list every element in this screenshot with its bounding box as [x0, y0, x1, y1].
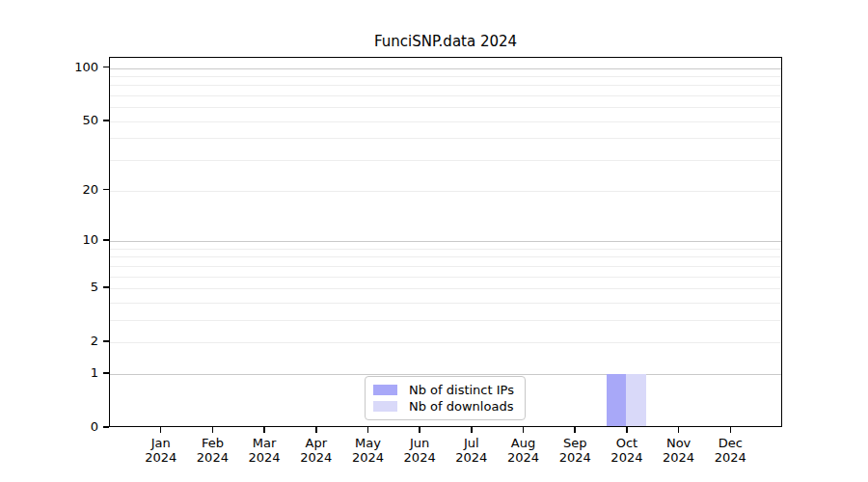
x-tick-year: 2024 [134, 451, 188, 466]
legend-label: Nb of downloads [409, 399, 513, 414]
x-tick-label: Sep2024 [548, 437, 602, 465]
x-tick [626, 427, 628, 433]
x-tick-label: Jan2024 [134, 437, 188, 465]
y-tick [103, 239, 109, 241]
x-tick [160, 427, 162, 433]
legend-label: Nb of distinct IPs [409, 383, 514, 397]
y-tick-label: 0 [41, 419, 98, 435]
download-stats-figure: FunciSNP.data 2024 0125102050100 Jan2024… [0, 0, 868, 482]
x-tick-year: 2024 [703, 451, 757, 466]
y-tick-label: 50 [41, 113, 98, 128]
x-tick-month: May [340, 437, 394, 451]
gridline-minor [110, 249, 781, 250]
x-tick-month: Dec [703, 437, 757, 451]
gridline-minor [110, 85, 781, 86]
x-tick-year: 2024 [600, 451, 654, 466]
x-tick-label: Oct2024 [600, 437, 654, 465]
x-tick-year: 2024 [185, 451, 239, 466]
y-tick-label: 20 [41, 182, 98, 198]
x-tick [263, 427, 265, 433]
gridline-major [110, 241, 781, 242]
gridline-minor [110, 138, 781, 139]
gridline-major [110, 374, 781, 375]
x-tick-month: Mar [237, 437, 291, 451]
x-tick-month: Feb [185, 437, 239, 451]
x-tick-month: Jul [445, 437, 499, 451]
gridline-minor [110, 121, 781, 122]
gridline-minor [110, 277, 781, 278]
x-tick-month: Jan [134, 437, 188, 451]
x-tick-label: Nov2024 [652, 437, 706, 465]
y-tick [103, 340, 109, 342]
gridline-minor [110, 95, 781, 96]
x-tick-month: Aug [497, 437, 551, 451]
x-tick [471, 427, 473, 433]
x-tick-label: Jul2024 [445, 437, 499, 465]
y-tick-label: 100 [41, 60, 98, 75]
y-tick-label: 10 [41, 232, 98, 248]
x-tick-label: Dec2024 [703, 437, 757, 465]
x-tick-year: 2024 [289, 451, 343, 466]
legend-row: Nb of distinct IPs [373, 383, 516, 397]
legend-swatch-distinct-ips [373, 385, 397, 395]
gridline-minor [110, 288, 781, 289]
x-tick-month: Oct [600, 437, 654, 451]
y-tick [103, 426, 109, 428]
y-tick [103, 120, 109, 121]
x-tick-year: 2024 [497, 451, 551, 466]
x-tick-year: 2024 [237, 451, 291, 466]
gridline-minor [110, 256, 781, 257]
x-tick-month: Apr [289, 437, 343, 451]
x-tick [212, 427, 214, 433]
chart-title: FunciSNP.data 2024 [109, 33, 782, 50]
plot-area [109, 57, 782, 427]
x-tick-label: Apr2024 [289, 437, 343, 465]
x-tick-label: Jun2024 [393, 437, 447, 465]
legend: Nb of distinct IPsNb of downloads [365, 376, 526, 420]
x-tick-year: 2024 [393, 451, 447, 466]
gridline-minor [110, 342, 781, 343]
x-tick-year: 2024 [548, 451, 602, 466]
x-tick-month: Nov [652, 437, 706, 451]
x-tick-year: 2024 [340, 451, 394, 466]
gridline-minor [110, 191, 781, 192]
x-tick [574, 427, 576, 433]
x-tick [367, 427, 369, 433]
x-tick-year: 2024 [652, 451, 706, 466]
x-tick [315, 427, 317, 433]
x-tick [730, 427, 732, 433]
gridline-minor [110, 160, 781, 161]
y-tick-label: 1 [41, 365, 98, 381]
gridline-minor [110, 107, 781, 108]
y-tick-label: 5 [41, 280, 98, 295]
y-tick [103, 67, 109, 68]
x-tick-year: 2024 [445, 451, 499, 466]
y-tick-label: 2 [41, 334, 98, 349]
x-tick [678, 427, 680, 433]
bar-distinct-ips [607, 374, 627, 426]
gridline-minor [110, 320, 781, 321]
x-tick-label: Aug2024 [497, 437, 551, 465]
y-tick [103, 189, 109, 191]
gridline-major [110, 68, 781, 69]
y-tick [103, 286, 109, 288]
gridline-minor [110, 266, 781, 267]
gridline-minor [110, 76, 781, 77]
legend-row: Nb of downloads [373, 399, 516, 414]
x-tick [523, 427, 525, 433]
x-tick [419, 427, 420, 433]
x-tick-month: Sep [548, 437, 602, 451]
x-tick-label: Feb2024 [185, 437, 239, 465]
x-tick-label: May2024 [340, 437, 394, 465]
x-tick-month: Jun [393, 437, 447, 451]
bar-downloads [626, 374, 646, 426]
x-tick-label: Mar2024 [237, 437, 291, 465]
legend-swatch-downloads [373, 401, 397, 412]
y-tick [103, 372, 109, 374]
gridline-minor [110, 303, 781, 304]
